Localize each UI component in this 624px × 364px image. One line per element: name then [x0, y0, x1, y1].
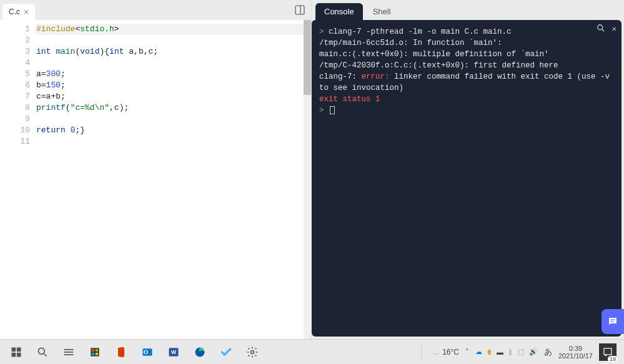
notification-badge: 19 — [608, 356, 618, 362]
code-line[interactable]: #include<stdio.h> — [36, 24, 311, 35]
chat-button[interactable] — [602, 309, 624, 334]
line-number: 3 — [0, 46, 30, 57]
weather-temp: 16°C — [442, 348, 459, 357]
taskbar: W ☁️ 16°C ˄ ☁ ⬮ ▬ ᛒ ⬚ 🔊 あ 0:39 2021/10 — [0, 339, 624, 364]
code-editor[interactable]: 1234567891011 #include<stdio.h>int main(… — [0, 20, 311, 339]
console-pane: Console Shell ✕ > clang-7 -pthread -lm -… — [312, 0, 624, 339]
console-output[interactable]: ✕ > clang-7 -pthread -lm -o main C.c mai… — [312, 20, 622, 337]
code-line[interactable]: a=300; — [36, 69, 311, 80]
svg-rect-19 — [96, 352, 98, 355]
code-line[interactable] — [36, 114, 311, 125]
taskbar-clock[interactable]: 0:39 2021/10/17 — [558, 345, 593, 360]
system-tray: ☁ ⬮ ▬ ᛒ ⬚ 🔊 — [475, 348, 538, 356]
clock-date: 2021/10/17 — [558, 352, 593, 360]
svg-rect-16 — [92, 349, 94, 352]
svg-rect-18 — [92, 352, 94, 355]
layout-icon[interactable] — [294, 4, 306, 16]
tab-console[interactable]: Console — [315, 3, 363, 20]
line-number: 9 — [0, 114, 30, 125]
svg-rect-6 — [12, 347, 16, 352]
line-number: 7 — [0, 91, 30, 102]
line-number: 8 — [0, 102, 30, 114]
taskbar-app-office[interactable] — [109, 340, 134, 365]
taskbar-app-edge[interactable] — [187, 340, 212, 365]
code-line[interactable]: return 0;} — [36, 125, 311, 136]
tray-security-icon[interactable]: ⬮ — [487, 348, 492, 356]
svg-point-10 — [38, 348, 44, 354]
file-tab[interactable]: C.c × — [2, 4, 35, 20]
tray-wifi-icon[interactable]: ⬚ — [518, 348, 524, 356]
editor-pane: C.c × 1234567891011 #include<stdio.h>int… — [0, 0, 312, 339]
code-line[interactable]: b=150; — [36, 80, 311, 91]
start-button[interactable] — [4, 340, 29, 365]
svg-rect-27 — [604, 348, 612, 355]
console-text: > clang-7 -pthread -lm -o main C.c main.… — [319, 26, 614, 116]
svg-rect-17 — [96, 349, 98, 352]
svg-text:W: W — [171, 349, 176, 355]
weather-widget[interactable]: ☁️ 16°C — [430, 348, 459, 357]
svg-rect-13 — [64, 352, 74, 353]
line-number: 5 — [0, 69, 30, 80]
close-icon[interactable]: × — [24, 7, 29, 17]
code-area[interactable]: #include<stdio.h>int main(void){int a,b,… — [36, 20, 311, 339]
line-number: 6 — [0, 80, 30, 91]
line-number: 11 — [0, 136, 30, 147]
svg-point-26 — [251, 350, 254, 353]
svg-rect-14 — [64, 354, 74, 355]
task-view-button[interactable] — [56, 340, 81, 365]
taskbar-app-store[interactable] — [82, 340, 107, 365]
editor-tab-bar: C.c × — [0, 0, 311, 20]
console-tab-bar: Console Shell — [312, 0, 624, 20]
line-number: 4 — [0, 57, 30, 69]
line-number: 2 — [0, 35, 30, 46]
taskbar-app-word[interactable]: W — [161, 340, 186, 365]
svg-point-22 — [145, 350, 147, 353]
svg-rect-12 — [64, 349, 74, 350]
clock-time: 0:39 — [569, 345, 582, 352]
svg-point-2 — [598, 25, 603, 30]
tab-shell[interactable]: Shell — [364, 3, 400, 20]
code-line[interactable]: printf("c=%d\n",c); — [36, 102, 311, 114]
weather-icon: ☁️ — [430, 348, 440, 357]
scrollbar-thumb[interactable] — [304, 20, 311, 95]
svg-line-3 — [602, 29, 605, 32]
svg-line-11 — [44, 353, 47, 356]
editor-scrollbar[interactable] — [304, 20, 311, 339]
code-line[interactable] — [36, 35, 311, 46]
search-icon[interactable] — [597, 24, 605, 36]
taskbar-app-todo[interactable] — [214, 340, 239, 365]
search-button[interactable] — [30, 340, 55, 365]
ime-indicator[interactable]: あ — [544, 347, 552, 358]
tray-battery-icon[interactable]: ▬ — [497, 348, 503, 356]
taskbar-right: ☁️ 16°C ˄ ☁ ⬮ ▬ ᛒ ⬚ 🔊 あ 0:39 2021/10/17 … — [418, 343, 620, 361]
svg-rect-7 — [17, 347, 21, 352]
line-gutter: 1234567891011 — [0, 20, 36, 339]
svg-rect-8 — [12, 352, 16, 357]
taskbar-app-outlook[interactable] — [135, 340, 160, 365]
app-root: C.c × 1234567891011 #include<stdio.h>int… — [0, 0, 624, 339]
code-line[interactable] — [36, 136, 311, 147]
console-cursor — [330, 106, 335, 114]
taskbar-separator — [421, 345, 422, 360]
tray-onedrive-icon[interactable]: ☁ — [475, 348, 482, 356]
code-line[interactable]: c=a+b; — [36, 91, 311, 102]
notification-center[interactable]: 19 — [599, 343, 617, 361]
code-line[interactable]: int main(void){int a,b,c; — [36, 46, 311, 57]
console-controls: ✕ — [597, 24, 617, 36]
line-number: 1 — [0, 24, 30, 35]
taskbar-left: W — [4, 340, 265, 365]
tray-bluetooth-icon[interactable]: ᛒ — [508, 348, 513, 356]
tray-volume-icon[interactable]: 🔊 — [529, 348, 538, 356]
code-line[interactable] — [36, 57, 311, 69]
tray-chevron-icon[interactable]: ˄ — [465, 348, 469, 356]
svg-rect-0 — [295, 6, 304, 14]
line-number: 10 — [0, 125, 30, 136]
close-icon[interactable]: ✕ — [612, 24, 617, 36]
file-tab-label: C.c — [9, 7, 20, 16]
svg-rect-9 — [17, 352, 21, 357]
taskbar-app-settings[interactable] — [240, 340, 265, 365]
